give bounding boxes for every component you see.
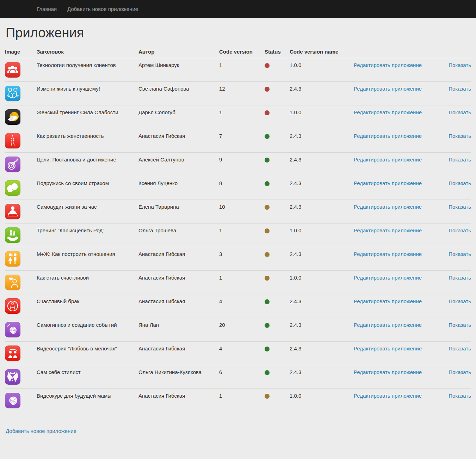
app-code-version-name: 1.0.0	[290, 105, 354, 129]
edit-application-link[interactable]: Редактировать приложение	[354, 157, 422, 163]
status-dot	[265, 323, 270, 328]
woman-laptop-icon	[5, 204, 20, 219]
edit-application-link[interactable]: Редактировать приложение	[354, 227, 422, 233]
table-row: Цели: Постановка и достижение Алексей Са…	[5, 153, 471, 176]
header-code-version: Code version	[219, 46, 265, 58]
show-application-link[interactable]: Показать	[449, 345, 471, 351]
app-author: Светлана Сафонова	[138, 82, 219, 105]
show-application-link[interactable]: Показать	[449, 86, 471, 92]
edit-application-link[interactable]: Редактировать приложение	[354, 62, 422, 68]
edit-application-link[interactable]: Редактировать приложение	[354, 204, 422, 210]
status-dot	[265, 87, 270, 92]
table-row: Измени жизнь к лучшему! Светлана Сафонов…	[5, 82, 471, 105]
show-application-link[interactable]: Показать	[449, 180, 471, 186]
edit-application-link[interactable]: Редактировать приложение	[354, 345, 422, 351]
table-row: Счастливый брак Анастасия Гибская 4 2.4.…	[5, 294, 471, 318]
status-dot	[265, 134, 270, 139]
app-title: Технологии получения клиентов	[37, 58, 138, 82]
nav-home-link[interactable]: Главная	[31, 0, 62, 18]
table-row: Как развить женственность Анастасия Гибс…	[5, 129, 471, 153]
edit-application-link[interactable]: Редактировать приложение	[354, 393, 422, 399]
status-dot	[265, 63, 270, 68]
main-content: Приложения Image Заголовок Автор Code ve…	[5, 25, 471, 434]
show-application-link[interactable]: Показать	[449, 157, 471, 163]
edit-application-link[interactable]: Редактировать приложение	[354, 322, 422, 328]
app-code-version: 9	[219, 153, 265, 176]
show-application-link[interactable]: Показать	[449, 204, 471, 210]
app-code-version: 12	[219, 82, 265, 105]
app-code-version-name: 2.4.3	[290, 200, 354, 224]
wedding-pair-icon	[5, 345, 20, 361]
show-application-link[interactable]: Показать	[449, 322, 471, 328]
app-code-version: 4	[219, 294, 265, 318]
edit-application-link[interactable]: Редактировать приложение	[354, 86, 422, 92]
app-title: Измени жизнь к лучшему!	[37, 82, 138, 105]
app-code-version: 20	[219, 318, 265, 342]
app-code-version: 4	[219, 342, 265, 365]
edit-application-link[interactable]: Редактировать приложение	[354, 298, 422, 304]
app-code-version: 6	[219, 365, 265, 389]
spiral-icon	[5, 393, 20, 408]
edit-application-link[interactable]: Редактировать приложение	[354, 275, 422, 281]
app-code-version-name: 1.0.0	[290, 224, 354, 247]
app-author: Анастасия Гибская	[138, 129, 219, 153]
app-author: Анастасия Гибская	[138, 342, 219, 365]
app-code-version: 1	[219, 271, 265, 294]
applications-table: Image Заголовок Автор Code version Statu…	[5, 46, 471, 412]
table-row: М+Ж: Как построить отношения Анастасия Г…	[5, 247, 471, 271]
show-application-link[interactable]: Показать	[449, 251, 471, 257]
app-code-version: 1	[219, 58, 265, 82]
show-application-link[interactable]: Показать	[449, 393, 471, 399]
apps-table-body: Технологии получения клиентов Артем Шинк…	[5, 58, 471, 412]
app-code-version-name: 2.4.3	[290, 318, 354, 342]
show-application-link[interactable]: Показать	[449, 133, 471, 139]
show-application-link[interactable]: Показать	[449, 275, 471, 281]
app-code-version: 1	[219, 224, 265, 247]
status-dot	[265, 394, 270, 399]
app-author: Елена Тарарина	[138, 200, 219, 224]
table-row: Самоаудит жизни за час Елена Тарарина 10…	[5, 200, 471, 224]
table-row: Сам себе стилист Ольга Никитина-Кузякова…	[5, 365, 471, 389]
app-code-version: 3	[219, 247, 265, 271]
couple-icon	[5, 251, 20, 267]
status-dot	[265, 347, 270, 351]
status-dot	[265, 181, 270, 186]
show-application-link[interactable]: Показать	[449, 227, 471, 233]
table-row: Женский тренинг Сила Слабости Дарья Соло…	[5, 105, 471, 129]
status-dot	[265, 205, 270, 210]
show-application-link[interactable]: Показать	[449, 62, 471, 68]
table-row: Тренинг "Как исцелить Род" Ольга Трошева…	[5, 224, 471, 247]
show-application-link[interactable]: Показать	[449, 369, 471, 375]
app-title: Видеокурс для будущей мамы	[37, 389, 138, 412]
header-title: Заголовок	[37, 46, 138, 58]
table-row: Подружись со своим страхом Ксения Луценк…	[5, 176, 471, 200]
show-application-link[interactable]: Показать	[449, 109, 471, 115]
table-header: Image Заголовок Автор Code version Statu…	[5, 46, 471, 58]
app-title: Счастливый брак	[37, 294, 138, 318]
app-title: Как стать счастливой	[37, 271, 138, 294]
status-dot	[265, 276, 270, 281]
add-application-bottom-link[interactable]: Добавить новое приложение	[6, 428, 76, 434]
app-code-version: 10	[219, 200, 265, 224]
nav-add-application-link[interactable]: Добавить новое приложение	[62, 0, 143, 18]
app-code-version-name: 1.0.0	[290, 389, 354, 412]
face-profiles-icon	[5, 180, 20, 196]
app-title: Тренинг "Как исцелить Род"	[37, 224, 138, 247]
header-code-version-name: Code version name	[290, 46, 354, 58]
edit-application-link[interactable]: Редактировать приложение	[354, 133, 422, 139]
status-dot	[265, 228, 270, 233]
app-code-version-name: 2.4.3	[290, 129, 354, 153]
app-author: Анастасия Гибская	[138, 294, 219, 318]
show-application-link[interactable]: Показать	[449, 298, 471, 304]
status-dot	[265, 370, 270, 375]
app-title: Самогипноз и создание событий	[37, 318, 138, 342]
edit-application-link[interactable]: Редактировать приложение	[354, 251, 422, 257]
app-code-version-name: 2.4.3	[290, 365, 354, 389]
family-in-hands-icon	[5, 227, 20, 243]
spiral-pencil-icon	[5, 322, 20, 337]
edit-application-link[interactable]: Редактировать приложение	[354, 369, 422, 375]
app-title: Женский тренинг Сила Слабости	[37, 105, 138, 129]
edit-application-link[interactable]: Редактировать приложение	[354, 109, 422, 115]
edit-application-link[interactable]: Редактировать приложение	[354, 180, 422, 186]
app-title: М+Ж: Как построить отношения	[37, 247, 138, 271]
